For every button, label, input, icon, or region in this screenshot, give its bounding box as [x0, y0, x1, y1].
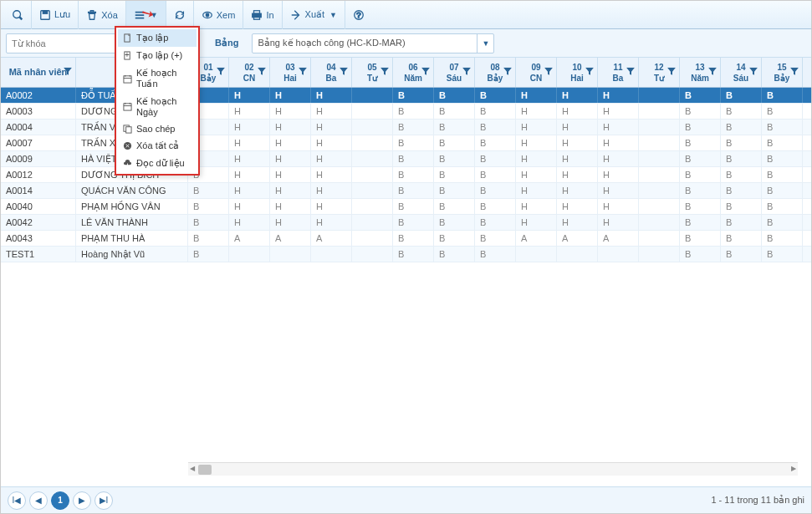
- cell-day[interactable]: H: [516, 199, 557, 214]
- cell-day[interactable]: B: [721, 151, 762, 166]
- cell-day[interactable]: H: [557, 183, 598, 198]
- cell-day[interactable]: B: [721, 88, 762, 103]
- cell-day[interactable]: B: [475, 199, 516, 214]
- cell-day[interactable]: B: [188, 215, 229, 230]
- filter-icon[interactable]: [64, 66, 72, 78]
- filter-icon[interactable]: [585, 66, 594, 78]
- cell-day[interactable]: H: [229, 120, 270, 135]
- cell-day[interactable]: B: [434, 167, 475, 182]
- cell-day[interactable]: B: [188, 199, 229, 214]
- cell-day[interactable]: A: [557, 231, 598, 246]
- table-row[interactable]: A0042LÊ VĂN THÀNHBHHHBBBHHHBBB: [1, 215, 811, 231]
- cell-day[interactable]: A: [229, 231, 270, 246]
- pager-first[interactable]: I◀: [8, 491, 26, 510]
- cell-day[interactable]: B: [434, 104, 475, 119]
- cell-day[interactable]: H: [598, 199, 639, 214]
- filter-icon[interactable]: [503, 66, 512, 78]
- cell-day[interactable]: H: [270, 167, 311, 182]
- filter-icon[interactable]: [790, 66, 799, 78]
- cell-day[interactable]: B: [721, 104, 762, 119]
- menu-item-4[interactable]: Sao chép: [118, 120, 197, 137]
- cell-day[interactable]: H: [270, 151, 311, 166]
- cell-day[interactable]: H: [598, 167, 639, 182]
- cell-day[interactable]: B: [475, 88, 516, 103]
- cell-day[interactable]: H: [270, 104, 311, 119]
- cell-day[interactable]: B: [393, 120, 434, 135]
- cell-day[interactable]: H: [229, 151, 270, 166]
- pager-next[interactable]: ▶: [73, 491, 91, 510]
- export-button[interactable]: Xuất▼: [283, 1, 345, 29]
- cell-day[interactable]: H: [311, 120, 352, 135]
- cell-day[interactable]: H: [557, 88, 598, 103]
- header-day-15[interactable]: 15Bảy: [762, 58, 803, 87]
- pager-prev[interactable]: ◀: [29, 491, 48, 510]
- cell-day[interactable]: [352, 199, 393, 214]
- cell-day[interactable]: B: [475, 167, 516, 182]
- cell-day[interactable]: H: [229, 88, 270, 103]
- table-row[interactable]: A0043PHẠM THU HÀBAAABBBAAABBB: [1, 231, 811, 247]
- cell-day[interactable]: [352, 104, 393, 119]
- cell-day[interactable]: B: [434, 88, 475, 103]
- cell-day[interactable]: B: [762, 167, 803, 182]
- pager-page[interactable]: 1: [51, 491, 69, 510]
- cell-day[interactable]: H: [516, 120, 557, 135]
- cell-day[interactable]: [311, 247, 352, 262]
- cell-day[interactable]: B: [762, 135, 803, 150]
- cell-day[interactable]: H: [229, 135, 270, 150]
- cell-day[interactable]: B: [721, 215, 762, 230]
- filter-icon[interactable]: [340, 66, 348, 78]
- cell-day[interactable]: [516, 247, 557, 262]
- filter-icon[interactable]: [708, 66, 717, 78]
- refresh-button[interactable]: [166, 1, 194, 29]
- cell-day[interactable]: B: [680, 199, 721, 214]
- cell-day[interactable]: H: [270, 135, 311, 150]
- cell-day[interactable]: [352, 135, 393, 150]
- cell-day[interactable]: [639, 120, 680, 135]
- cell-day[interactable]: B: [680, 151, 721, 166]
- cell-day[interactable]: B: [393, 167, 434, 182]
- cell-day[interactable]: B: [680, 120, 721, 135]
- filter-icon[interactable]: [217, 66, 225, 78]
- header-day-06[interactable]: 06Năm: [393, 58, 434, 87]
- cell-day[interactable]: B: [475, 135, 516, 150]
- cell-day[interactable]: B: [434, 183, 475, 198]
- menu-item-3[interactable]: Kế hoạch Ngày: [118, 93, 197, 120]
- cell-day[interactable]: [639, 215, 680, 230]
- filter-icon[interactable]: [380, 66, 389, 78]
- cell-day[interactable]: B: [475, 183, 516, 198]
- cell-day[interactable]: [639, 88, 680, 103]
- cell-day[interactable]: H: [598, 88, 639, 103]
- header-day-02[interactable]: 02CN: [229, 58, 270, 87]
- cell-day[interactable]: B: [475, 120, 516, 135]
- cell-day[interactable]: B: [762, 104, 803, 119]
- cell-day[interactable]: B: [680, 231, 721, 246]
- cell-day[interactable]: B: [393, 247, 434, 262]
- cell-day[interactable]: H: [311, 183, 352, 198]
- cell-day[interactable]: B: [721, 199, 762, 214]
- cell-day[interactable]: B: [680, 104, 721, 119]
- cell-day[interactable]: H: [311, 167, 352, 182]
- table-row[interactable]: TEST1Hoàng Nhật VũBBBBBBB: [1, 247, 811, 262]
- cell-day[interactable]: A: [598, 231, 639, 246]
- cell-day[interactable]: [639, 199, 680, 214]
- filter-icon[interactable]: [421, 66, 430, 78]
- cell-day[interactable]: H: [516, 151, 557, 166]
- menu-item-6[interactable]: Đọc dữ liệu: [118, 155, 197, 172]
- cell-day[interactable]: B: [475, 151, 516, 166]
- header-day-07[interactable]: 07Sáu: [434, 58, 475, 87]
- cell-day[interactable]: H: [557, 215, 598, 230]
- save-button[interactable]: Lưu: [32, 1, 79, 29]
- menu-item-0[interactable]: Tạo lập: [118, 29, 197, 47]
- cell-day[interactable]: H: [598, 151, 639, 166]
- cell-day[interactable]: H: [311, 199, 352, 214]
- cell-day[interactable]: B: [762, 151, 803, 166]
- cell-day[interactable]: H: [557, 199, 598, 214]
- cell-day[interactable]: [270, 247, 311, 262]
- cell-day[interactable]: H: [270, 183, 311, 198]
- cell-day[interactable]: H: [229, 167, 270, 182]
- cell-day[interactable]: B: [721, 167, 762, 182]
- cell-day[interactable]: A: [516, 231, 557, 246]
- cell-day[interactable]: B: [762, 247, 803, 262]
- cell-day[interactable]: H: [270, 120, 311, 135]
- cell-day[interactable]: B: [393, 135, 434, 150]
